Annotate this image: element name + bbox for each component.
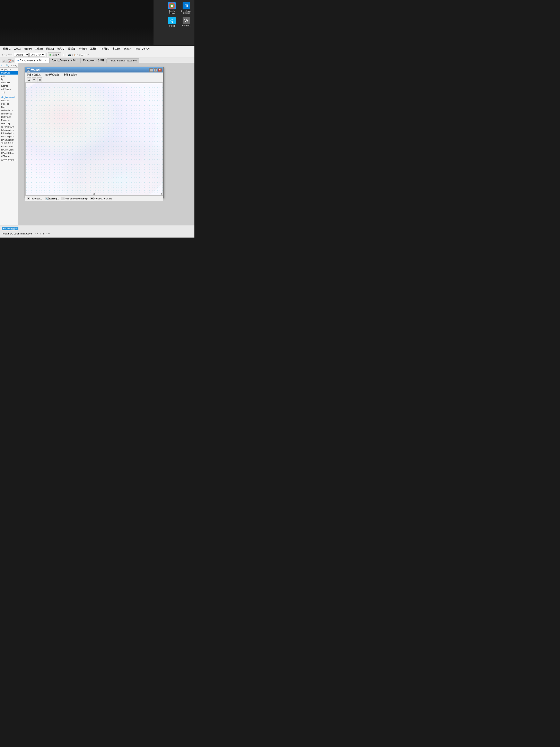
sidebar-item-3[interactable]: fig <box>0 78 18 81</box>
form-tool-edit[interactable]: ✏ <box>32 77 36 82</box>
toolbar-back-btn[interactable]: ◂ <box>2 53 3 56</box>
sidebar-item-1[interactable]: mpany.cs <box>0 71 18 75</box>
status-align-icon: ≡ <box>46 232 47 235</box>
sidebar-item-16[interactable]: RNode.cs <box>0 119 18 122</box>
progress-back-btn[interactable]: ◂ <box>35 232 36 235</box>
menu-search[interactable]: 搜索 (Ctrl+Q) <box>134 47 151 51</box>
pause-icon[interactable]: ⏸ <box>62 53 65 56</box>
camera-icon[interactable]: 📷 <box>68 53 71 56</box>
menu-window[interactable]: 窗口(W) <box>111 47 123 51</box>
sidebar-item-9[interactable]: dingGroupNode.cs <box>0 96 18 99</box>
sidebar-item-0[interactable]: ompany.cs <box>0 68 18 71</box>
menu-debug[interactable]: 调试(D) <box>45 47 55 51</box>
design-area[interactable]: ■ 单位管理 — □ ✕ 新建单位信息 编辑单位信息 删除单位信息 <box>19 63 194 237</box>
sidebar-item-5[interactable]: s.config <box>0 84 18 88</box>
tab-data-manage[interactable]: F_Data_manage_system.cs <box>106 58 139 63</box>
sidebar-item-27[interactable]: CCBox.cs <box>0 155 18 158</box>
form-menu-delete[interactable]: 删除单位信息 <box>63 73 78 76</box>
menu-git[interactable]: Git(G) <box>13 47 22 51</box>
desktop-icon-chrome[interactable]: ● GoogleChrome <box>166 2 178 15</box>
sidebar-item-2[interactable]: x.cs <box>0 75 18 78</box>
menu-view[interactable]: 视图(V) <box>2 47 12 51</box>
form-title-bar: ■ 单位管理 — □ ✕ <box>25 67 163 73</box>
tool-strip-icon: 🔧 <box>45 197 49 200</box>
form-menu-edit[interactable]: 编辑单位信息 <box>45 73 59 76</box>
tab-form-company-label: Form_company.cs [设计] <box>20 59 45 62</box>
menu-analyze[interactable]: 分析(N) <box>78 47 89 51</box>
sidebar-item-17[interactable]: nere2.obj <box>0 122 18 125</box>
sidebar-item-11[interactable]: lNode.cs <box>0 102 18 106</box>
component-cell-context[interactable]: J cell_contextMenuStrip <box>61 197 88 200</box>
sidebar-filter-input[interactable]: (Ctrl+l) <box>11 65 17 67</box>
sidebar-item-12[interactable]: D.cs <box>0 106 18 109</box>
menu-strip-label: menuStrip1 <box>31 198 43 200</box>
sidebar-item-20[interactable]: RA Navigation <box>0 132 18 135</box>
sidebar-item-18[interactable]: 停下的RA设备 <box>0 125 18 129</box>
tab-add-company[interactable]: F_Add_Company.cs [设计] <box>49 58 80 63</box>
progress-pause-btn[interactable]: ⏸ <box>39 232 42 235</box>
form-restore-btn[interactable]: □ <box>154 69 157 72</box>
sidebar-item-15[interactable]: R string.cs <box>0 115 18 119</box>
status-row-2: Reload IDE Extension Loaded ◂ ▸ ⏸ ⏹ ≡ ↩ <box>2 231 193 236</box>
sidebar-item-10[interactable]: Node.cs <box>0 99 18 102</box>
sidebar-item-19[interactable]: taConculate.c <box>0 129 18 132</box>
sidebar-item-28[interactable]: 控制RA设备名称图 <box>0 158 18 161</box>
sidebar-item-13[interactable]: undModel.cs <box>0 109 18 112</box>
sidebar-item-22[interactable]: RA Navigation <box>0 138 18 142</box>
desktop-icon-qq[interactable]: Q 腾讯QQ <box>166 17 178 27</box>
toolbar-shortcut: (Ctrl+l) <box>6 54 11 56</box>
sidebar-refresh-btn[interactable]: ↻ <box>1 64 3 67</box>
menu-extensions[interactable]: 扩展(X) <box>100 47 111 51</box>
progress-stop-btn[interactable]: ⏹ <box>43 232 45 235</box>
menu-help[interactable]: 帮助(H) <box>123 47 134 51</box>
menu-project[interactable]: 项目(P) <box>22 47 33 51</box>
menu-format[interactable]: 格式(O) <box>55 47 66 51</box>
tab-login-label: Form_login.cs [设计] <box>83 59 104 62</box>
sidebar-item-26[interactable]: RA ArmFD.cs <box>0 152 18 155</box>
menu-tools[interactable]: 工具(T) <box>89 47 100 51</box>
sidebar-item-23[interactable]: 青负载承载力 <box>0 142 18 145</box>
status-wrap-icon: ↩ <box>48 232 50 235</box>
menu-build[interactable]: 生成(B) <box>33 47 44 51</box>
form-canvas[interactable] <box>26 83 162 195</box>
reload-status-text: Reload IDE Extension Loaded <box>2 232 32 235</box>
tab-scroll-right[interactable]: ▸ <box>5 59 8 62</box>
tab-form-company[interactable]: ■ Form_company.cs [设计] ✕ <box>15 58 49 63</box>
form-close-btn[interactable]: ✕ <box>158 69 162 72</box>
cpu-select[interactable]: Any CPU x86 x64 <box>29 53 45 57</box>
selection-handle-bottom-right[interactable] <box>161 194 162 195</box>
toolbar-forward-btn[interactable]: ▸ <box>4 53 5 56</box>
sidebar-item-14[interactable]: undNode.cs <box>0 112 18 115</box>
sidebar-item-7[interactable]: .obj <box>0 91 18 94</box>
tab-pin-btn[interactable]: 📌 <box>8 59 11 63</box>
component-context-menu[interactable]: ☰ contextMenuStrip <box>90 197 112 200</box>
sidebar-item-25[interactable]: RA Arm Clam <box>0 148 18 152</box>
form-canvas-inner <box>26 83 162 195</box>
tab-login[interactable]: Form_login.cs [设计] <box>81 58 106 63</box>
run-label: 启动 <box>52 53 57 56</box>
sidebar-item-6[interactable]: est Tempor <box>0 88 18 91</box>
form-minimize-btn[interactable]: — <box>150 69 153 72</box>
form-tool-delete[interactable]: 🗑 <box>37 77 42 82</box>
sidebar-item-4[interactable]: lculator.cs <box>0 81 18 84</box>
debug-config-select[interactable]: Debug Release <box>14 53 29 57</box>
menu-bar: 视图(V) Git(G) 项目(P) 生成(B) 调试(D) 格式(O) 测试(… <box>0 46 194 52</box>
menu-test[interactable]: 测试(S) <box>67 47 78 51</box>
selection-handle-right[interactable] <box>161 139 162 140</box>
selection-handle-bottom[interactable] <box>94 194 95 195</box>
sidebar-item-21[interactable]: RA Navigation <box>0 135 18 138</box>
form-tool-add[interactable]: ⊞ <box>27 77 31 82</box>
component-menu-strip[interactable]: ☰ menuStrip1 <box>27 197 43 200</box>
desktop-icon-workstation[interactable]: W Workstati... <box>180 17 192 27</box>
tabs-row: ◂ ▸ 📌 ✕ ■ Form_company.cs [设计] ✕ F_Add_C… <box>0 58 194 63</box>
progress-fwd-btn[interactable]: ▸ <box>37 232 38 235</box>
component-tool-strip[interactable]: 🔧 toolStrip1 <box>45 197 58 200</box>
sidebar-search-btn[interactable]: 🔍 <box>6 64 9 67</box>
run-button[interactable]: ▶ 启动 ▼ <box>48 52 61 57</box>
run-dropdown-icon: ▼ <box>57 54 59 56</box>
desktop-icon-windows[interactable]: ⊞ 1-windows...正版密钥 <box>180 2 192 15</box>
tab-close-icon-0[interactable]: ✕ <box>45 59 47 61</box>
sidebar-item-24[interactable]: RA Arm Avail <box>0 145 18 148</box>
tab-scroll-left[interactable]: ◂ <box>2 59 4 62</box>
form-menu-new[interactable]: 新建单位信息 <box>27 73 41 76</box>
